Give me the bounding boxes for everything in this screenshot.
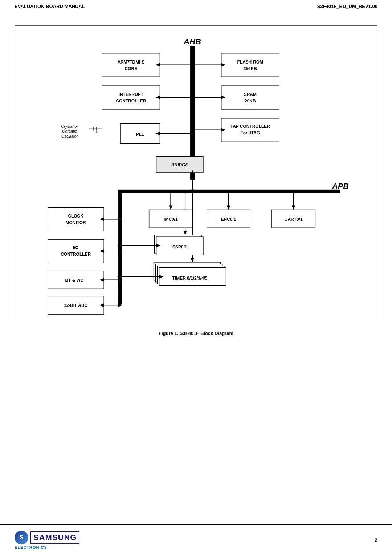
svg-rect-85 [48, 208, 104, 231]
svg-text:256KB: 256KB [244, 66, 257, 71]
header-right: S3F401F_BD_UM_REV1.00 [317, 4, 377, 9]
svg-text:INTERRUPT: INTERRUPT [119, 92, 144, 97]
svg-text:IMC0/1: IMC0/1 [164, 217, 178, 222]
svg-text:MONITOR: MONITOR [66, 220, 86, 225]
svg-text:ARM7TDMI-S: ARM7TDMI-S [117, 60, 144, 65]
svg-marker-60 [292, 206, 295, 210]
header-left: EVALUATION BOARD MANUAL [15, 4, 85, 9]
svg-text:UART0/1: UART0/1 [285, 217, 303, 222]
svg-text:12-BIT ADC: 12-BIT ADC [64, 303, 88, 308]
figure-caption: Figure 1. S3F401F Block Diagram [15, 331, 377, 336]
main-content: AHB ARM7TDMI-S CORE FLASH-ROM 256KB INTE… [15, 18, 377, 519]
svg-text:BT & WDT: BT & WDT [65, 278, 86, 283]
samsung-electronics: ELECTRONICS [15, 545, 47, 550]
svg-text:PLL: PLL [136, 132, 144, 137]
svg-text:TAP CONTROLLER: TAP CONTROLLER [230, 124, 270, 129]
svg-rect-91 [48, 239, 104, 263]
svg-text:Crystal or: Crystal or [61, 124, 78, 129]
svg-text:ENC0/1: ENC0/1 [221, 217, 236, 222]
svg-text:Oscillator: Oscillator [61, 134, 78, 138]
svg-text:BRIDGE: BRIDGE [171, 162, 188, 167]
svg-text:CORE: CORE [125, 66, 138, 71]
samsung-name: SAMSUNG [30, 531, 79, 544]
svg-marker-56 [169, 206, 172, 210]
samsung-logo: S SAMSUNG ELECTRONICS [15, 531, 79, 550]
page-footer: S SAMSUNG ELECTRONICS 2 [0, 524, 392, 555]
svg-rect-19 [221, 86, 279, 109]
svg-rect-13 [102, 86, 160, 109]
page-header: EVALUATION BOARD MANUAL S3F401F_BD_UM_RE… [0, 0, 392, 13]
svg-text:CONTROLLER: CONTROLLER [61, 252, 91, 257]
svg-text:For JTAG: For JTAG [241, 130, 260, 135]
block-diagram: AHB ARM7TDMI-S CORE FLASH-ROM 256KB INTE… [15, 25, 377, 323]
svg-rect-7 [221, 53, 279, 77]
svg-marker-64 [191, 258, 194, 262]
svg-text:TIMER 0/1/2/3/4/5: TIMER 0/1/2/3/4/5 [172, 276, 208, 281]
svg-rect-52 [118, 190, 340, 193]
svg-text:20KB: 20KB [245, 98, 256, 104]
svg-text:I/O: I/O [73, 245, 79, 250]
svg-text:CLOCK: CLOCK [68, 214, 83, 219]
svg-text:SSP0/1: SSP0/1 [172, 244, 187, 250]
ahb-label: AHB [183, 37, 201, 46]
svg-marker-58 [227, 206, 230, 210]
svg-rect-1 [102, 53, 160, 77]
svg-text:FLASH-ROM: FLASH-ROM [237, 60, 263, 65]
svg-text:Ceramic: Ceramic [62, 129, 77, 133]
svg-text:SRAM: SRAM [244, 92, 257, 97]
svg-marker-62 [183, 231, 187, 235]
svg-text:CONTROLLER: CONTROLLER [116, 98, 146, 104]
svg-text:APB: APB [332, 182, 349, 191]
page-number: 2 [375, 537, 377, 543]
